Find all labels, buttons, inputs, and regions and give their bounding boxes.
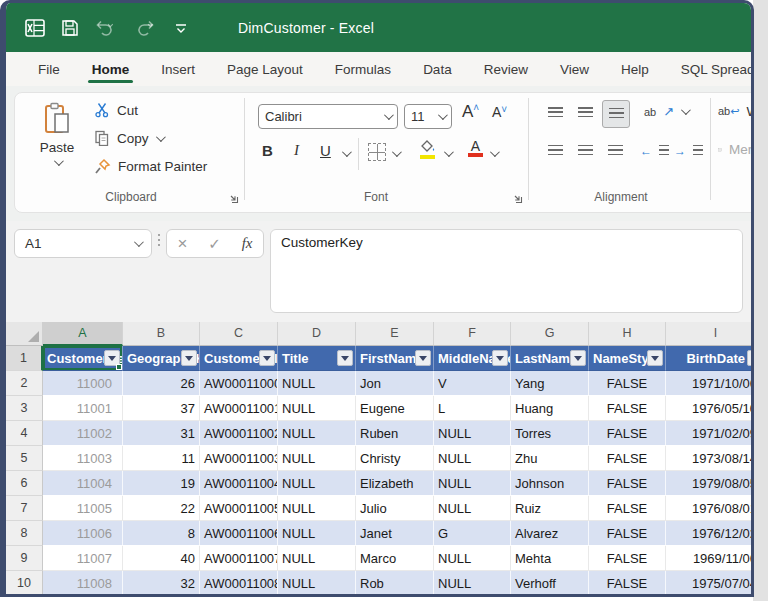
- cell[interactable]: Zhu: [511, 446, 589, 471]
- bottom-align-button[interactable]: [602, 100, 630, 128]
- cell[interactable]: 22: [123, 496, 200, 521]
- row-header-10[interactable]: 10: [6, 571, 43, 594]
- cell[interactable]: NULL: [278, 546, 356, 571]
- cell[interactable]: NULL: [434, 446, 511, 471]
- bold-button[interactable]: B: [262, 142, 273, 159]
- filter-button[interactable]: [492, 350, 508, 366]
- font-color-button[interactable]: A: [468, 138, 483, 157]
- borders-button[interactable]: [368, 143, 386, 161]
- tab-help[interactable]: Help: [619, 62, 651, 86]
- enter-icon[interactable]: ✓: [208, 235, 221, 253]
- cell[interactable]: AW00011004: [200, 471, 278, 496]
- paste-button[interactable]: Paste: [30, 102, 84, 188]
- header-cell-NameStyle[interactable]: NameStyle: [589, 346, 666, 371]
- filter-button[interactable]: [570, 350, 586, 366]
- cell[interactable]: Ruben: [356, 421, 434, 446]
- cell[interactable]: Marco: [356, 546, 434, 571]
- cell[interactable]: 37: [123, 396, 200, 421]
- cell[interactable]: NULL: [278, 471, 356, 496]
- tab-file[interactable]: File: [36, 62, 62, 86]
- underline-button[interactable]: U: [320, 142, 331, 159]
- cell[interactable]: 26: [123, 371, 200, 396]
- row-header-3[interactable]: 3: [6, 396, 43, 421]
- tab-insert[interactable]: Insert: [159, 62, 197, 86]
- tab-view[interactable]: View: [558, 62, 591, 86]
- cell[interactable]: AW00011000: [200, 371, 278, 396]
- cell[interactable]: 11002: [43, 421, 123, 446]
- column-header-B[interactable]: B: [123, 322, 200, 346]
- insert-function-icon[interactable]: fx: [242, 235, 253, 252]
- column-header-H[interactable]: H: [589, 322, 666, 346]
- filter-button[interactable]: [181, 350, 197, 366]
- cell[interactable]: AW00011008: [200, 571, 278, 594]
- cell[interactable]: 8: [123, 521, 200, 546]
- copy-button[interactable]: Copy: [94, 130, 163, 146]
- merge-center-button[interactable]: Merge & Center: [718, 142, 751, 157]
- cell[interactable]: Verhoff: [511, 571, 589, 594]
- grow-font-button[interactable]: A˄: [462, 102, 479, 122]
- cell[interactable]: L: [434, 396, 511, 421]
- cell[interactable]: Alvarez: [511, 521, 589, 546]
- formula-input[interactable]: CustomerKey: [270, 229, 743, 313]
- redo-icon[interactable]: [134, 18, 160, 38]
- column-header-F[interactable]: F: [434, 322, 511, 346]
- orientation-button[interactable]: ab ↗: [644, 104, 688, 119]
- cell[interactable]: V: [434, 371, 511, 396]
- tab-formulas[interactable]: Formulas: [333, 62, 393, 86]
- cell[interactable]: FALSE: [589, 446, 666, 471]
- filter-button[interactable]: [647, 350, 663, 366]
- customize-quick-access-toolbar-icon[interactable]: [174, 21, 188, 35]
- header-cell-BirthDate[interactable]: BirthDate: [666, 346, 751, 371]
- tab-data[interactable]: Data: [421, 62, 454, 86]
- header-cell-MiddleName[interactable]: MiddleName: [434, 346, 511, 371]
- cell[interactable]: AW00011006: [200, 521, 278, 546]
- column-header-D[interactable]: D: [278, 322, 356, 346]
- cell[interactable]: NULL: [278, 571, 356, 594]
- cell[interactable]: NULL: [278, 421, 356, 446]
- cell[interactable]: 19: [123, 471, 200, 496]
- filter-button[interactable]: [337, 350, 353, 366]
- row-header-4[interactable]: 4: [6, 421, 43, 446]
- italic-button[interactable]: I: [294, 142, 299, 159]
- header-cell-LastName[interactable]: LastName: [511, 346, 589, 371]
- cell[interactable]: AW00011007: [200, 546, 278, 571]
- cell[interactable]: NULL: [278, 396, 356, 421]
- row-header-5[interactable]: 5: [6, 446, 43, 471]
- row-header-1[interactable]: 1: [6, 346, 43, 371]
- cell[interactable]: FALSE: [589, 496, 666, 521]
- cell[interactable]: 1973/08/14: [666, 446, 751, 471]
- row-header-6[interactable]: 6: [6, 471, 43, 496]
- cell[interactable]: 40: [123, 546, 200, 571]
- cell[interactable]: Yang: [511, 371, 589, 396]
- row-header-2[interactable]: 2: [6, 371, 43, 396]
- clipboard-dialog-launcher-icon[interactable]: [228, 192, 240, 204]
- tab-sql-spreads[interactable]: SQL Spreads: [679, 62, 751, 86]
- top-align-button[interactable]: [542, 100, 568, 126]
- tab-home[interactable]: Home: [90, 62, 132, 86]
- wrap-text-button[interactable]: ab↩ Wrap Text: [718, 104, 751, 119]
- cell[interactable]: G: [434, 521, 511, 546]
- fill-color-button[interactable]: [420, 140, 436, 159]
- decrease-indent-button[interactable]: ←: [640, 144, 669, 158]
- cell[interactable]: 11: [123, 446, 200, 471]
- cell[interactable]: NULL: [434, 496, 511, 521]
- cell[interactable]: Rob: [356, 571, 434, 594]
- cell[interactable]: AW00011003: [200, 446, 278, 471]
- cell[interactable]: NULL: [434, 421, 511, 446]
- cut-button[interactable]: Cut: [94, 102, 138, 118]
- row-header-9[interactable]: 9: [6, 546, 43, 571]
- name-box[interactable]: A1: [14, 229, 152, 258]
- cell[interactable]: NULL: [434, 546, 511, 571]
- paste-dropdown-icon[interactable]: [53, 156, 63, 166]
- header-cell-FirstName[interactable]: FirstName: [356, 346, 434, 371]
- cell[interactable]: FALSE: [589, 471, 666, 496]
- cell[interactable]: 11006: [43, 521, 123, 546]
- align-left-button[interactable]: [542, 138, 568, 164]
- font-name-select[interactable]: Calibri: [258, 104, 398, 129]
- name-box-dropdown-icon[interactable]: [134, 237, 144, 247]
- cell[interactable]: AW00011002: [200, 421, 278, 446]
- cell[interactable]: Mehta: [511, 546, 589, 571]
- cell[interactable]: Eugene: [356, 396, 434, 421]
- cell[interactable]: 11000: [43, 371, 123, 396]
- selection-fill-handle[interactable]: [116, 364, 122, 370]
